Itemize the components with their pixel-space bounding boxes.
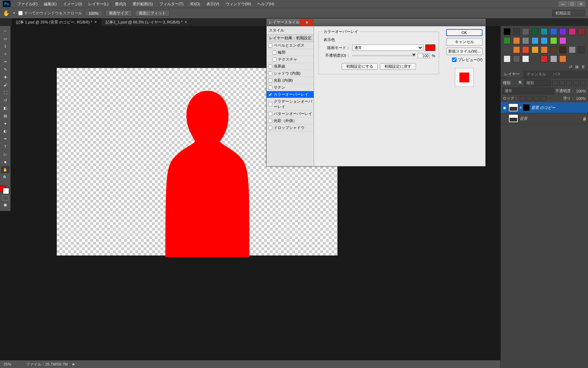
swatch[interactable]: [522, 37, 529, 44]
history-brush-icon[interactable]: ↺: [1, 97, 9, 104]
marquee-tool-icon[interactable]: ▭: [1, 35, 9, 42]
ok-button[interactable]: OK: [446, 29, 483, 36]
swatch[interactable]: [541, 55, 548, 62]
effect-row[interactable]: カラーオーバーレイ: [267, 91, 314, 98]
color-swatches[interactable]: [1, 184, 10, 193]
fill-value[interactable]: 100%: [576, 96, 586, 101]
preview-check[interactable]: プレビュー(V): [446, 57, 483, 62]
effect-check[interactable]: [268, 64, 272, 69]
menu-help[interactable]: ヘルプ(H): [254, 1, 277, 7]
new-swatch-icon[interactable]: ▦: [575, 64, 579, 69]
trash-icon[interactable]: 🗑: [581, 64, 585, 69]
mask-thumb[interactable]: [523, 104, 530, 111]
effect-check[interactable]: [268, 93, 272, 97]
lock-trans-icon[interactable]: [520, 96, 525, 101]
maximize-icon[interactable]: ☐: [568, 1, 576, 7]
filter-smart-icon[interactable]: [580, 81, 586, 86]
hand-tool-icon[interactable]: ✋: [1, 166, 9, 173]
styles-header[interactable]: スタイル: [267, 26, 314, 35]
effect-row[interactable]: 輪郭: [267, 49, 314, 56]
swatch[interactable]: [559, 55, 566, 62]
workspace-preset[interactable]: 初期設定: [552, 10, 585, 16]
file-size[interactable]: ファイル：28.7M/59.7M: [26, 362, 68, 367]
menu-image[interactable]: イメージ(I): [60, 1, 85, 7]
layer-thumb[interactable]: [508, 103, 518, 112]
swatch[interactable]: [578, 46, 585, 53]
effect-check[interactable]: [268, 79, 272, 83]
scroll-all-check[interactable]: すべてのウィンドウをスクロール: [18, 11, 82, 16]
swatch[interactable]: [522, 46, 529, 53]
effect-row[interactable]: ドロップシャドウ: [267, 124, 314, 131]
effect-check[interactable]: [268, 119, 272, 123]
effect-row[interactable]: 光彩 (内側): [267, 77, 314, 84]
gradient-tool-icon[interactable]: ▤: [1, 112, 9, 119]
swatch[interactable]: [513, 55, 520, 62]
swatch[interactable]: [559, 46, 566, 53]
menu-3d[interactable]: 3D(D): [187, 2, 203, 6]
swatch[interactable]: [559, 28, 566, 35]
swatch[interactable]: [550, 55, 557, 62]
effect-row[interactable]: 境界線: [267, 63, 314, 70]
minimize-icon[interactable]: —: [559, 1, 567, 7]
search-icon[interactable]: 🔍: [518, 81, 523, 85]
kind-select[interactable]: 種類: [525, 80, 551, 86]
dialog-close-icon[interactable]: ✕: [300, 19, 314, 26]
swatch[interactable]: [550, 46, 557, 53]
shape-tool-icon[interactable]: ■: [1, 158, 9, 165]
layer-row[interactable]: 背景 🔒: [501, 113, 588, 124]
mask-link-icon[interactable]: 8: [520, 106, 521, 109]
background-color[interactable]: [3, 188, 9, 194]
swatch[interactable]: [504, 55, 511, 62]
swatch[interactable]: [550, 37, 557, 44]
close-app-icon[interactable]: ✕: [577, 1, 585, 7]
eraser-tool-icon[interactable]: ◧: [1, 104, 9, 111]
new-style-button[interactable]: 新規スタイル(W)...: [446, 48, 483, 55]
swatch[interactable]: [578, 28, 585, 35]
make-default-button[interactable]: 初期設定にする: [342, 63, 378, 70]
effect-row[interactable]: テクスチャ: [267, 56, 314, 63]
swatch[interactable]: [532, 46, 539, 53]
flyout-icon[interactable]: ▶: [73, 362, 75, 366]
effect-check[interactable]: [272, 57, 276, 62]
filter-type-icon[interactable]: [566, 81, 572, 86]
swatch[interactable]: [569, 28, 576, 35]
blending-header[interactable]: レイヤー効果：初期設定: [267, 35, 314, 42]
crop-tool-icon[interactable]: ✂: [1, 58, 9, 65]
swatch[interactable]: [541, 46, 548, 53]
lock-pos-icon[interactable]: [534, 96, 539, 101]
menu-select[interactable]: 選択範囲(S): [129, 1, 156, 7]
doc-tab-1[interactable]: 記事 1.psd @ 25% (背景 のコピー, RGB/8) *×: [12, 18, 101, 26]
effect-check[interactable]: [272, 50, 276, 55]
reset-default-button[interactable]: 初期設定に戻す: [380, 63, 416, 70]
close-tab-icon[interactable]: ×: [94, 20, 97, 25]
dodge-tool-icon[interactable]: ◐: [1, 128, 9, 135]
effect-row[interactable]: サテン: [267, 84, 314, 91]
visibility-icon[interactable]: ◉: [502, 105, 507, 110]
move-tool-icon[interactable]: ↔: [1, 27, 9, 34]
effect-check[interactable]: [268, 102, 272, 106]
actual-size-button[interactable]: 画面サイズ: [105, 10, 132, 16]
path-tool-icon[interactable]: ▷: [1, 151, 9, 158]
swatch[interactable]: [541, 28, 548, 35]
swatch[interactable]: [532, 37, 539, 44]
menu-file[interactable]: ファイル(F): [14, 1, 41, 7]
opacity-slider[interactable]: [352, 55, 416, 56]
stamp-tool-icon[interactable]: ⛶: [1, 89, 9, 96]
effect-check[interactable]: [268, 86, 272, 90]
menu-edit[interactable]: 編集(E): [41, 1, 60, 7]
wand-tool-icon[interactable]: ✧: [1, 50, 9, 57]
lasso-tool-icon[interactable]: ʖ: [1, 43, 9, 50]
effect-check[interactable]: [268, 126, 272, 130]
zoom-tool-icon[interactable]: 🔍: [1, 174, 9, 181]
swatch[interactable]: [522, 28, 529, 35]
swatch[interactable]: [559, 37, 566, 44]
zoom-100-button[interactable]: 100%: [85, 11, 102, 16]
heal-tool-icon[interactable]: ✚: [1, 74, 9, 81]
lock-all-icon[interactable]: [541, 96, 546, 101]
menu-filter[interactable]: フィルター(T): [156, 1, 187, 7]
quickmask-icon[interactable]: [2, 196, 8, 200]
lock-paint-icon[interactable]: [527, 96, 532, 101]
menu-layer[interactable]: レイヤー(L): [85, 1, 111, 7]
tab-paths[interactable]: パス: [549, 70, 564, 78]
doc-tab-2[interactable]: 記事2_1.psd @ 68.3% (レイヤー 3, RGB/8) *×: [101, 18, 192, 26]
